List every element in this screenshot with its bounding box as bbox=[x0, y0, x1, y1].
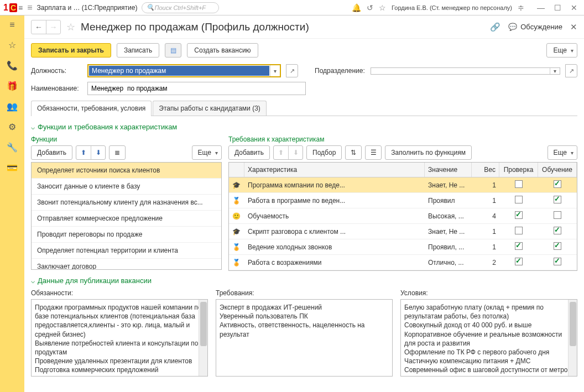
gift-icon[interactable]: 🎁 bbox=[7, 81, 18, 91]
add-func-button[interactable]: Добавить bbox=[31, 145, 72, 160]
conds-text[interactable]: Белую заработную плату (оклад + премия п… bbox=[400, 299, 577, 377]
dropdown-icon[interactable]: ▾ bbox=[270, 65, 280, 76]
move-up-button[interactable]: ⬆ bbox=[274, 146, 288, 159]
people-icon[interactable]: 👥 bbox=[7, 101, 18, 112]
phone-icon[interactable]: 📞 bbox=[7, 60, 18, 71]
table-row[interactable]: 🏅Ведение холодных звонковПроявил, ...1 bbox=[229, 239, 577, 255]
tab-stages[interactable]: Этапы работы с кандидатами (3) bbox=[153, 101, 266, 116]
page-header: ← → ☆ Менеджер по продажам (Профиль долж… bbox=[24, 15, 584, 39]
forward-button[interactable]: → bbox=[46, 20, 60, 34]
sort-button[interactable]: ⇅ bbox=[345, 145, 362, 160]
position-input[interactable]: Менеджер по продажам ▾ bbox=[87, 64, 281, 77]
list-item[interactable]: Определяет источники поиска клиентов bbox=[32, 163, 221, 179]
pick-button[interactable]: Подбор bbox=[306, 145, 342, 160]
tab-duties[interactable]: Обязанности, требования, условия bbox=[31, 101, 152, 116]
duties-text[interactable]: Продажи программных продуктов нашей комп… bbox=[31, 299, 208, 377]
col-val[interactable]: Значение bbox=[425, 163, 472, 177]
list-button[interactable]: ≣ bbox=[109, 145, 126, 160]
move-down-button[interactable]: ⬇ bbox=[91, 146, 105, 159]
wrench-icon[interactable]: 🔧 bbox=[7, 142, 18, 153]
reqs-more-button[interactable]: Еще bbox=[548, 145, 577, 160]
move-arrows: ⬆ ⬇ bbox=[76, 145, 106, 160]
section-chars[interactable]: Функции и требования к характеристикам bbox=[31, 123, 577, 131]
close-tab-button[interactable]: ✕ bbox=[570, 22, 577, 32]
col-check[interactable]: Проверка bbox=[499, 163, 538, 177]
move-down-button[interactable]: ⬇ bbox=[288, 146, 303, 159]
list-item[interactable]: Отправляет коммерческое предложение bbox=[32, 211, 221, 227]
table-row[interactable]: 🏅Работа с возражениямиОтлично, ...2 bbox=[229, 255, 577, 270]
duties-label: Обязанности: bbox=[31, 289, 208, 297]
form-button[interactable]: ▤ bbox=[165, 43, 181, 58]
menu-icon[interactable]: ≡ bbox=[9, 20, 14, 30]
discuss-button[interactable]: 💬 Обсуждение bbox=[508, 23, 562, 31]
name-input[interactable] bbox=[87, 82, 306, 95]
list-item[interactable]: Проводит переговоры по продаже bbox=[32, 227, 221, 243]
reqs-label: Требования: bbox=[216, 289, 393, 297]
favorite-icon[interactable]: ☆ bbox=[66, 21, 75, 33]
settings-icon[interactable]: ≑ bbox=[518, 3, 524, 12]
fill-button[interactable]: Заполнить по функциям bbox=[385, 145, 472, 160]
conds-label: Условия: bbox=[400, 289, 577, 297]
burger-icon[interactable]: ≡ bbox=[27, 3, 32, 13]
table-row[interactable]: 🙂ОбучаемостьВысокая, ...4 bbox=[229, 208, 577, 224]
user-name[interactable]: Гордина Е.В. (Ст. менеджер по персоналу) bbox=[392, 4, 512, 11]
funcs-head: Функции bbox=[31, 135, 222, 143]
history-icon[interactable]: ↺ bbox=[367, 3, 373, 12]
save-close-button[interactable]: Записать и закрыть bbox=[31, 43, 111, 58]
reqs-text[interactable]: Эксперт в продажах ИТ-решений Уверенный … bbox=[216, 299, 393, 377]
app-title: Зарплата и … (1С:Предприятие) bbox=[37, 4, 138, 12]
table-row[interactable]: 🎓Программа компании по веде...Знает, Не … bbox=[229, 177, 577, 193]
table-row[interactable]: 🏅Работа в программе по веден...Проявил1 bbox=[229, 193, 577, 208]
add-req-button[interactable]: Добавить bbox=[228, 145, 270, 160]
reqs-head: Требования к характеристикам bbox=[228, 135, 577, 143]
search-input[interactable]: 🔍 Поиск Ctrl+Shift+F bbox=[142, 2, 219, 13]
create-vacancy-button[interactable]: Создать вакансию bbox=[187, 43, 258, 58]
maximize-button[interactable]: ☐ bbox=[551, 2, 564, 13]
table-row[interactable]: 🎓Скрипт разговора с клиентом ...Знает, Н… bbox=[229, 224, 577, 239]
open-button[interactable]: ↗ bbox=[286, 64, 298, 77]
department-label: Подразделение: bbox=[315, 67, 365, 75]
logo: 1С≡ bbox=[3, 3, 23, 13]
gear-icon[interactable]: ⚙ bbox=[8, 122, 16, 132]
funcs-more-button[interactable]: Еще bbox=[192, 145, 222, 160]
back-button[interactable]: ← bbox=[32, 20, 46, 34]
page-title: Менеджер по продажам (Профиль должности) bbox=[81, 21, 309, 33]
col-weight[interactable]: Вес bbox=[472, 163, 499, 177]
funcs-list[interactable]: Определяет источники поиска клиентовЗано… bbox=[31, 162, 222, 270]
toolbar: Записать и закрыть Записать ▤ Создать ва… bbox=[24, 39, 584, 62]
card-icon[interactable]: 💳 bbox=[7, 163, 18, 173]
move-up-button[interactable]: ⬆ bbox=[76, 146, 91, 159]
open-button[interactable]: ↗ bbox=[565, 64, 577, 77]
sidebar: ≡ ☆ 📞 🎁 👥 ⚙ 🔧 💳 bbox=[0, 15, 24, 392]
list-item[interactable]: Заключает договор bbox=[32, 259, 221, 270]
list-item[interactable]: Звонит потенциальному клиенту для назнач… bbox=[32, 195, 221, 211]
bell-icon[interactable]: 🔔 bbox=[352, 3, 361, 12]
save-button[interactable]: Записать bbox=[117, 43, 159, 58]
titlebar: 1С≡ ≡ Зарплата и … (1С:Предприятие) 🔍 По… bbox=[0, 0, 584, 15]
name-label: Наименование: bbox=[31, 85, 82, 92]
filter-button[interactable]: ☰ bbox=[365, 145, 382, 160]
tabs: Обязанности, требования, условия Этапы р… bbox=[31, 101, 577, 116]
col-train[interactable]: Обучение bbox=[538, 163, 577, 177]
minimize-button[interactable]: — bbox=[534, 2, 548, 13]
link-icon[interactable]: 🔗 bbox=[490, 22, 500, 32]
section-pub[interactable]: Данные для публикации вакансии bbox=[31, 276, 577, 285]
close-window-button[interactable]: ✕ bbox=[567, 2, 581, 13]
list-item[interactable]: Заносит данные о клиенте в базу bbox=[32, 179, 221, 195]
position-label: Должность: bbox=[31, 67, 82, 75]
star2-icon[interactable]: ☆ bbox=[8, 40, 16, 50]
star-icon[interactable]: ☆ bbox=[379, 3, 386, 12]
dropdown-icon[interactable]: ▾ bbox=[550, 68, 560, 74]
col-char[interactable]: Характеристика bbox=[244, 163, 425, 177]
list-item[interactable]: Определяет потенциал территории и клиент… bbox=[32, 243, 221, 259]
department-input[interactable]: ▾ bbox=[371, 67, 560, 75]
more-button[interactable]: Еще bbox=[546, 43, 577, 58]
reqs-table: Характеристика Значение Вес Проверка Обу… bbox=[228, 162, 577, 271]
